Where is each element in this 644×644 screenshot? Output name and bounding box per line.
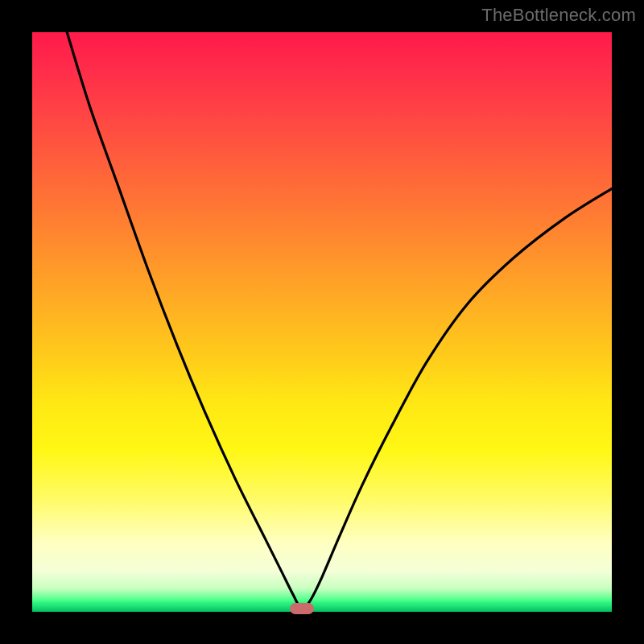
chart-frame: TheBottleneck.com xyxy=(0,0,644,644)
bottleneck-curve xyxy=(32,32,612,612)
plot-area xyxy=(32,32,612,612)
minimum-marker xyxy=(290,603,314,614)
watermark-text: TheBottleneck.com xyxy=(481,5,636,26)
